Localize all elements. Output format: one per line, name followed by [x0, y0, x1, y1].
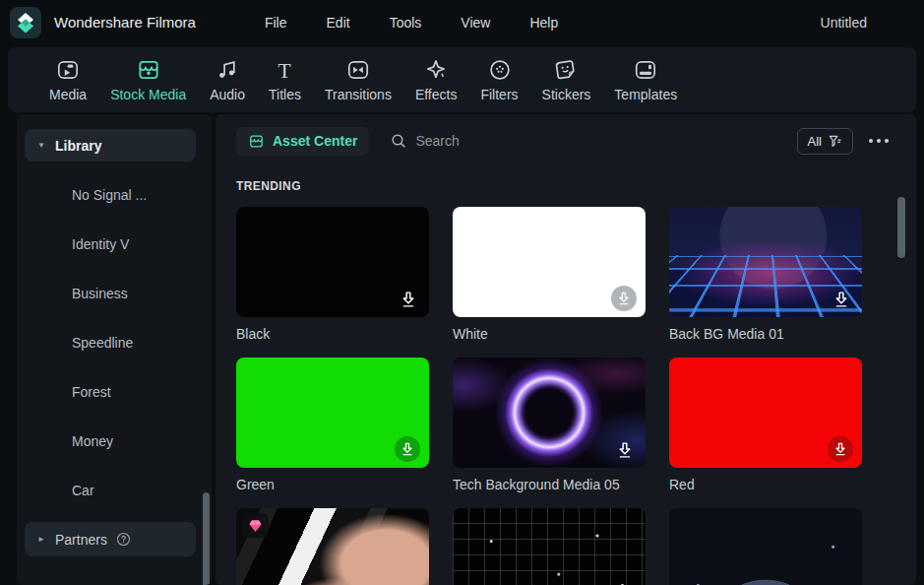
- content-scrollbar[interactable]: [897, 197, 905, 258]
- tab-effects-label: Effects: [415, 87, 458, 102]
- dot-icon: [869, 139, 873, 143]
- audio-icon: [215, 57, 240, 83]
- menu-tools[interactable]: Tools: [370, 9, 442, 36]
- transitions-icon: [345, 57, 371, 83]
- stock-card-grid-stars[interactable]: [453, 508, 646, 585]
- trending-cards-grid: Black White Back BG Media 01: [236, 207, 916, 585]
- card-title: White: [453, 326, 646, 342]
- funnel-filter-icon: [828, 134, 842, 149]
- asset-center-button[interactable]: Asset Center: [236, 127, 369, 156]
- titles-icon: T: [272, 57, 297, 83]
- stock-card-green[interactable]: Green: [236, 358, 429, 508]
- filmora-logo-icon: [10, 7, 41, 38]
- card-title: Green: [236, 477, 429, 492]
- templates-icon: [633, 57, 658, 83]
- stock-card-back-bg-media-01[interactable]: Back BG Media 01: [669, 207, 862, 358]
- chevron-right-icon: ►: [37, 535, 55, 544]
- stock-card-black[interactable]: Black: [236, 207, 429, 358]
- thumbnail-red[interactable]: [669, 358, 862, 468]
- menubar: File Edit Tools View Help: [245, 9, 578, 36]
- stock-card-red[interactable]: Red: [669, 358, 862, 508]
- stock-card-piano[interactable]: [236, 508, 429, 585]
- filter-all-label: All: [808, 134, 822, 149]
- chevron-down-icon: ▼: [37, 141, 55, 150]
- tab-templates[interactable]: Templates: [602, 57, 689, 102]
- thumbnail-grid-stars[interactable]: [453, 508, 646, 585]
- stickers-icon: [553, 57, 579, 83]
- project-title: Untitled: [821, 15, 867, 31]
- effects-icon: [423, 57, 449, 83]
- library-sidebar: ▼ Library No Signal ... Identity V Busin…: [17, 114, 212, 585]
- trending-section-title: TRENDING: [236, 179, 916, 193]
- sidebar-section-library[interactable]: ▼ Library: [25, 129, 196, 162]
- thumbnail-white[interactable]: [453, 207, 646, 317]
- card-title: Back BG Media 01: [669, 326, 862, 342]
- menu-edit[interactable]: Edit: [307, 9, 370, 36]
- sidebar-item-no-signal[interactable]: No Signal ...: [17, 170, 212, 220]
- tab-stickers-label: Stickers: [542, 87, 591, 102]
- stock-card-tech-background-media-05[interactable]: Tech Background Media 05: [453, 358, 646, 508]
- tab-media-label: Media: [49, 87, 87, 102]
- sidebar-section-partners[interactable]: ► Partners: [25, 522, 196, 556]
- tab-stock-media[interactable]: Stock Media: [98, 57, 198, 102]
- asset-center-label: Asset Center: [273, 133, 357, 149]
- dot-icon: [885, 139, 889, 143]
- tab-stock-media-label: Stock Media: [110, 87, 186, 102]
- tab-stickers[interactable]: Stickers: [530, 57, 603, 102]
- tab-media[interactable]: Media: [37, 57, 98, 102]
- sidebar-scrollbar[interactable]: [203, 492, 210, 585]
- media-type-toolbar: Media Stock Media Audio T Titles: [8, 47, 916, 112]
- search-input[interactable]: [415, 133, 651, 149]
- titlebar: Wondershare Filmora File Edit Tools View…: [0, 0, 924, 44]
- download-icon[interactable]: [831, 289, 852, 310]
- main-area: ▼ Library No Signal ... Identity V Busin…: [17, 114, 916, 585]
- tab-titles[interactable]: T Titles: [257, 57, 313, 102]
- thumbnail-piano[interactable]: [236, 508, 429, 585]
- download-icon[interactable]: [395, 436, 420, 462]
- sidebar-item-car[interactable]: Car: [17, 466, 212, 515]
- download-icon[interactable]: [398, 289, 419, 310]
- tab-audio[interactable]: Audio: [198, 57, 257, 102]
- download-icon[interactable]: [611, 286, 637, 311]
- thumbnail-tech-background-media-05[interactable]: [453, 358, 646, 468]
- tab-filters-label: Filters: [480, 87, 518, 102]
- filter-all-button[interactable]: All: [797, 128, 853, 155]
- sidebar-item-money[interactable]: Money: [17, 417, 212, 466]
- content-header: Asset Center All: [236, 126, 916, 156]
- app-title: Wondershare Filmora: [54, 14, 196, 31]
- tab-transitions[interactable]: Transitions: [313, 57, 403, 102]
- more-options-button[interactable]: [869, 139, 889, 143]
- search-box: [391, 133, 796, 149]
- tab-titles-label: Titles: [269, 87, 301, 102]
- dot-icon: [877, 139, 881, 143]
- menu-view[interactable]: View: [441, 9, 510, 36]
- download-icon[interactable]: [614, 439, 636, 461]
- tab-filters[interactable]: Filters: [468, 57, 529, 102]
- tab-effects[interactable]: Effects: [403, 57, 469, 102]
- card-title: Tech Background Media 05: [453, 477, 646, 492]
- partners-section-label: Partners: [55, 532, 107, 548]
- stock-card-white[interactable]: White: [453, 207, 646, 358]
- download-icon[interactable]: [828, 436, 853, 462]
- card-title: Black: [236, 326, 429, 342]
- sidebar-item-speedline[interactable]: Speedline: [17, 318, 212, 367]
- help-icon[interactable]: [116, 532, 131, 547]
- library-item-list: No Signal ... Identity V Business Speedl…: [17, 170, 212, 515]
- thumbnail-black[interactable]: [236, 207, 429, 317]
- thumbnail-planet[interactable]: [669, 508, 862, 585]
- filters-icon: [487, 57, 513, 83]
- menu-help[interactable]: Help: [510, 9, 578, 36]
- thumbnail-green[interactable]: [236, 358, 429, 468]
- svg-text:T: T: [278, 59, 291, 83]
- menu-file[interactable]: File: [245, 9, 307, 36]
- sidebar-item-forest[interactable]: Forest: [17, 367, 212, 417]
- stock-media-icon: [136, 57, 161, 83]
- card-title: Red: [669, 477, 862, 492]
- thumbnail-back-bg-media-01[interactable]: [669, 207, 862, 317]
- sidebar-item-identity-v[interactable]: Identity V: [17, 220, 212, 269]
- search-icon: [391, 133, 406, 149]
- pro-gem-icon: [242, 513, 269, 538]
- sidebar-item-business[interactable]: Business: [17, 269, 212, 318]
- stock-card-planet[interactable]: [669, 508, 862, 585]
- stock-media-content: Asset Center All: [216, 114, 916, 585]
